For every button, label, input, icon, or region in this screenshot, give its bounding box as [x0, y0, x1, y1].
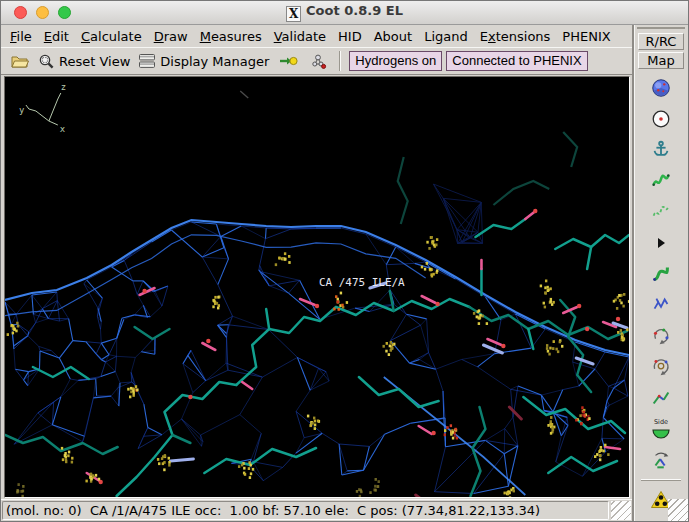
window-title: XCoot 0.8.9 EL — [1, 3, 688, 22]
sidebar-separator — [641, 479, 681, 481]
flip-peptide-icon — [650, 387, 672, 409]
expander-icon — [654, 236, 668, 250]
zoom-icon[interactable] — [58, 6, 71, 19]
sidebar-icon-stack: Side — [641, 76, 681, 522]
recentre-icon — [650, 108, 672, 130]
anchor-button[interactable] — [648, 138, 674, 162]
gl-frame: zyxCA /475 ILE/A — [4, 76, 630, 498]
axis-label-y: y — [19, 105, 25, 115]
hydrogens-toggle-button[interactable]: Hydrogens on — [349, 51, 442, 71]
reset-view-button[interactable]: Reset View — [36, 53, 132, 70]
open-folder-icon — [10, 53, 29, 69]
toolbar: Reset View Display Manager — [1, 47, 632, 75]
statusbar-resize-grip[interactable] — [611, 501, 631, 520]
gl-scene[interactable]: zyxCA /475 ILE/A — [5, 77, 629, 497]
phenix-connection-button[interactable]: Connected to PHENIX — [446, 51, 587, 71]
rrc-button[interactable]: R/RC — [638, 33, 684, 50]
window-resize-grip[interactable] — [668, 499, 688, 521]
statusbar: (mol. no: 0) CA /1/A/475 ILE occ: 1.00 b… — [1, 499, 632, 521]
rotamer-icon — [650, 294, 672, 316]
jiggle-fit-button[interactable] — [648, 448, 674, 472]
close-icon[interactable] — [14, 6, 27, 19]
right-panel: R/RC Map — [632, 25, 688, 521]
molecule-icon — [310, 53, 327, 70]
reset-view-icon — [38, 53, 55, 70]
edit-chi-angles-icon — [650, 325, 672, 347]
menu-hid[interactable]: HID — [332, 27, 368, 46]
axis-label-z: z — [61, 82, 66, 92]
menu-extensions[interactable]: Extensions — [474, 27, 557, 46]
jiggle-fit-icon — [650, 449, 672, 471]
refine-zone-icon — [650, 170, 672, 192]
go-to-atom-icon — [279, 53, 298, 69]
picked-atom-label: CA /475 ILE/A — [319, 276, 405, 289]
titlebar: XCoot 0.8.9 EL — [1, 1, 688, 25]
menu-validate[interactable]: Validate — [268, 27, 332, 46]
window-title-text: Coot 0.8.9 EL — [306, 3, 403, 18]
torsion-general-button[interactable] — [648, 355, 674, 379]
expander-button[interactable] — [648, 231, 674, 255]
menubar: FileEditCalculateDrawMeasuresValidateHID… — [1, 25, 632, 47]
recentre-button[interactable] — [648, 107, 674, 131]
go-to-atom-button[interactable] — [275, 49, 301, 73]
menu-ligand[interactable]: Ligand — [418, 27, 474, 46]
minimize-icon[interactable] — [36, 6, 49, 19]
side-chain-flip-icon: Side — [649, 417, 673, 441]
menu-draw[interactable]: Draw — [148, 27, 194, 46]
map-sphere-button[interactable] — [648, 76, 674, 100]
display-manager-label: Display Manager — [160, 54, 269, 69]
edit-chi-angles-button[interactable] — [648, 324, 674, 348]
axis-label-x: x — [60, 124, 66, 134]
menu-about[interactable]: About — [368, 27, 418, 46]
auto-fit-rotamer-button[interactable] — [648, 262, 674, 286]
menu-edit[interactable]: Edit — [38, 27, 75, 46]
toolbar-separator — [339, 51, 341, 71]
open-folder-button[interactable] — [6, 49, 32, 73]
display-manager-button[interactable]: Display Manager — [136, 53, 271, 69]
menu-calculate[interactable]: Calculate — [75, 27, 148, 46]
ligand-button[interactable] — [305, 49, 331, 73]
rotamer-button[interactable] — [648, 293, 674, 317]
panel-drag-handle[interactable] — [637, 27, 685, 29]
flip-peptide-button[interactable] — [648, 386, 674, 410]
canvas-wrap: zyxCA /475 ILE/A — [1, 75, 632, 499]
map-button[interactable]: Map — [638, 52, 684, 69]
traffic-lights — [14, 6, 71, 19]
display-manager-icon — [138, 53, 156, 69]
torsion-general-icon — [650, 356, 672, 378]
regularize-zone-button[interactable] — [648, 200, 674, 224]
refine-zone-button[interactable] — [648, 169, 674, 193]
menu-phenix[interactable]: PHENIX — [556, 27, 616, 46]
menu-measures[interactable]: Measures — [194, 27, 268, 46]
auto-fit-rotamer-icon — [650, 263, 672, 285]
map-sphere-icon — [650, 77, 672, 99]
anchor-icon — [650, 139, 672, 161]
menu-file[interactable]: File — [4, 27, 38, 46]
regularize-zone-icon — [650, 201, 672, 223]
side-chain-flip-label: Side — [654, 418, 668, 426]
side-chain-flip-button[interactable]: Side — [648, 417, 674, 441]
x11-icon: X — [286, 6, 301, 22]
reset-view-label: Reset View — [59, 54, 130, 69]
coot-window: XCoot 0.8.9 EL FileEditCalculateDrawMeas… — [0, 0, 689, 522]
status-text: (mol. no: 0) CA /1/A/475 ILE occ: 1.00 b… — [2, 501, 609, 520]
